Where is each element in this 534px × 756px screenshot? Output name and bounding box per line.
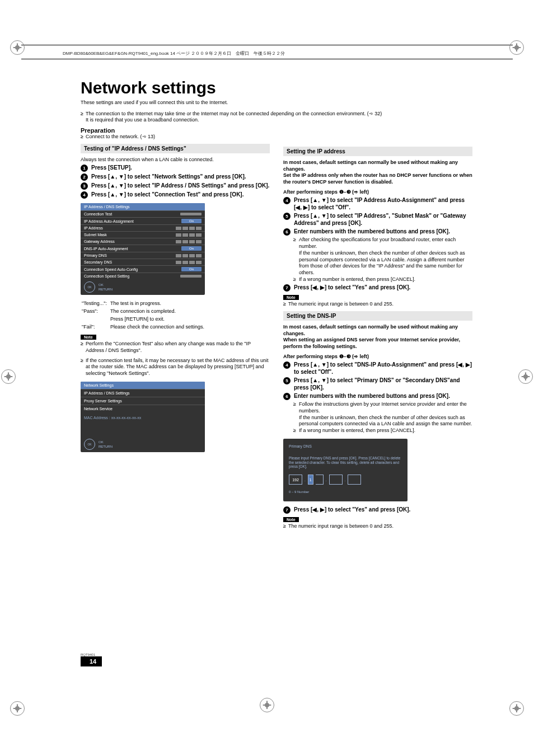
sec1-para1: In most cases, default settings can norm… [283, 159, 472, 172]
step-1-text: Press [SETUP]. [91, 164, 132, 172]
s2-step6: Enter numbers with the numbered buttons … [294, 392, 450, 400]
note-badge: Note [283, 295, 299, 300]
section-heading-testing: Testing of "IP Address / DNS Settings" [81, 144, 270, 153]
ip-settings-panel: IP Address / DNS Settings Connection Tes… [81, 203, 205, 295]
dns-number-hint: 0 – 9 Number [289, 490, 402, 494]
page-number: 14 [81, 656, 102, 666]
crop-mark-icon [10, 40, 25, 55]
step-badge-5: 5 [283, 377, 291, 384]
panel-header: Network Settings [81, 382, 205, 389]
note-bullet: ≥The numeric input range is between 0 an… [283, 523, 472, 530]
step-badge-4: 4 [283, 197, 291, 204]
ok-label: OK [99, 440, 113, 444]
panel-row: Primary DNS [81, 252, 205, 259]
return-label: RETURN [99, 445, 113, 448]
step-badge-4: 4 [283, 361, 291, 369]
s1-step5: Press [▲, ▼] to select "IP Address", "Su… [294, 212, 472, 227]
sub-bullet: ≥After checking the specifications for y… [283, 237, 472, 276]
panel-row: Connection Speed Auto-ConfigOn [81, 265, 205, 273]
panel-row: IP Address [81, 224, 205, 231]
ok-label: OK [99, 283, 113, 287]
rule-top [21, 45, 513, 45]
step-badge-7: 7 [283, 506, 291, 514]
sec2-para2: When setting an assigned DNS server from… [283, 337, 472, 350]
step-badge-4: 4 [81, 191, 88, 199]
status-definitions: "Testing...":The test is in progress. "P… [81, 299, 208, 331]
registration-target-icon [1, 369, 16, 384]
section-heading-dns: Setting the DNS-IP [283, 311, 472, 321]
value-pill: On [181, 267, 202, 271]
mac-address: MAC Address : xx-xx-xx-xx-xx-xx [81, 412, 205, 423]
dns-octet-4 [348, 475, 361, 485]
crop-mark-icon [10, 701, 25, 716]
panel-row: Secondary DNS [81, 259, 205, 265]
rule-under-path [21, 59, 513, 59]
registration-target-icon [518, 369, 533, 384]
panel-footer: OK RETURN [81, 279, 205, 295]
step-badge-6: 6 [283, 228, 291, 236]
note-bullet: ≥If the connection test fails, it may be… [81, 358, 270, 377]
file-path: DMP-BD80&60EB&EG&EF&GN-RQT9401_eng.book … [63, 50, 285, 57]
sec2-para1: In most cases, default settings can norm… [283, 324, 472, 337]
dns-octet-2b [316, 475, 324, 485]
step-badge-2: 2 [81, 173, 88, 181]
sub-bullet: ≥If a wrong number is entered, then pres… [283, 428, 472, 434]
step-4-text: Press [▲, ▼] to select "Connection Test"… [91, 191, 243, 199]
dns-octet-2: 1 [308, 475, 313, 485]
step-badge-5: 5 [283, 213, 291, 220]
preparation-text: Connect to the network. (➾ 13) [86, 134, 155, 140]
s2-step4: Press [▲, ▼] to select "DNS-IP Auto-Assi… [294, 361, 472, 375]
bullet-dot: ≥ [81, 111, 83, 124]
preparation-heading: Preparation [81, 127, 270, 134]
dns-octet-3 [329, 475, 343, 485]
panel-row: Subnet Mask [81, 231, 205, 238]
panel-row: Connection Test [81, 210, 205, 217]
panel-header: Primary DNS [289, 444, 402, 448]
panel-row: Gateway Address [81, 238, 205, 245]
s1-step4: Press [▲, ▼] to select "IP Address Auto-… [294, 196, 472, 211]
value-bar [180, 213, 202, 215]
dns-input-row: 192 . 1 . . [289, 475, 402, 485]
dpad-icon [84, 281, 95, 293]
panel-row: Connection Speed Setting [81, 273, 205, 279]
sec1-para2: Set the IP address only when the router … [283, 172, 472, 185]
panel-row: IP Address Auto-AssignmentOn [81, 217, 205, 224]
preparation-bullet: ≥ Connect to the network. (➾ 13) [81, 134, 270, 140]
primary-dns-panel: Primary DNS Please input Primary DNS and… [283, 439, 407, 501]
dpad-icon [84, 439, 95, 450]
step-badge-7: 7 [283, 284, 291, 292]
panel-row: Proxy Server Settings [81, 397, 205, 405]
step-badge-6: 6 [283, 393, 291, 400]
step-3-text: Press [▲, ▼] to select "IP Address / DNS… [91, 182, 269, 190]
s1-step7: Press [◀, ▶] to select "Yes" and press [… [294, 284, 410, 292]
sub-bullet: ≥If a wrong number is entered, then pres… [283, 276, 472, 283]
panel-row: Network Service [81, 405, 205, 412]
panel-row: IP Address / DNS Settings [81, 389, 205, 397]
network-settings-panel: Network Settings IP Address / DNS Settin… [81, 382, 205, 452]
right-column: Setting the IP address In most cases, de… [283, 78, 472, 530]
return-label: RETURN [99, 288, 113, 291]
lead-text: Always test the connection when a LAN ca… [81, 157, 270, 163]
step-2-text: Press [▲, ▼] to select "Network Settings… [91, 173, 246, 181]
note-bullet: ≥Perform the "Connection Test" also when… [81, 341, 270, 354]
note-badge: Note [283, 517, 299, 522]
left-column: Network settings These settings are used… [81, 78, 270, 530]
value-bar [180, 275, 202, 278]
dns-octet-1: 192 [289, 475, 302, 485]
sub-bullet: ≥Follow the instructions given by your I… [283, 401, 472, 428]
dns-message: Please input Primary DNS and press [OK].… [289, 456, 402, 469]
step-badge-1: 1 [81, 165, 88, 172]
after-steps: After performing steps ❶–❸ (➾ left) [283, 354, 472, 360]
crop-mark-icon [509, 701, 524, 716]
section-heading-ip: Setting the IP address [283, 147, 472, 156]
panel-header: IP Address / DNS Settings [81, 203, 205, 210]
crop-mark-icon [509, 40, 524, 55]
s2-step7: Press [◀, ▶] to select "Yes" and press [… [294, 506, 410, 514]
s2-step5: Press [▲, ▼] to select "Primary DNS" or … [294, 377, 472, 391]
registration-target-icon [260, 698, 274, 712]
step-badge-3: 3 [81, 182, 88, 190]
panel-footer: OK RETURN [81, 436, 205, 452]
note-bullet: ≥The numeric input range is between 0 an… [283, 301, 472, 308]
value-pill: On [181, 219, 202, 223]
s1-step6: Enter numbers with the numbered buttons … [294, 228, 450, 236]
